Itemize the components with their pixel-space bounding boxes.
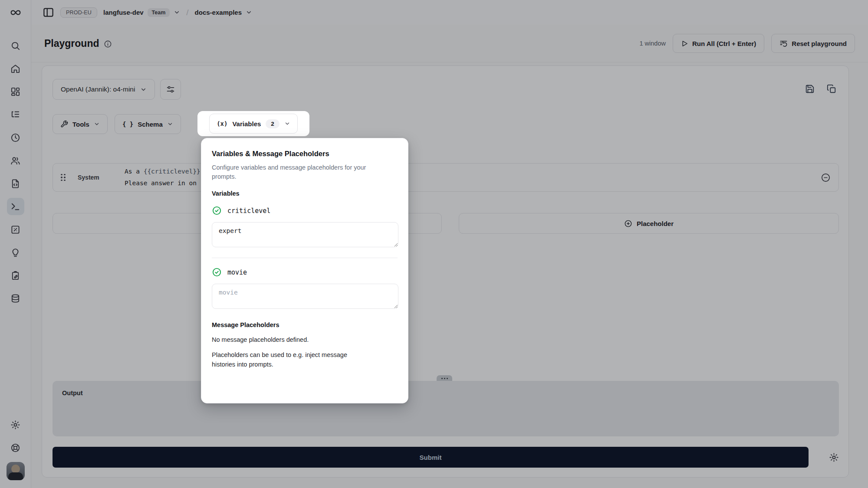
- modal-overlay[interactable]: [0, 0, 868, 488]
- variable-item: criticlevel expert: [212, 206, 398, 249]
- variable-name: movie: [227, 269, 247, 276]
- variables-label: Variables: [232, 120, 261, 128]
- check-circle-icon: [212, 267, 222, 277]
- popover-title: Variables & Message Placeholders: [212, 150, 398, 158]
- placeholders-empty-text: No message placeholders defined.: [212, 335, 398, 345]
- chevron-down-icon: [284, 121, 290, 127]
- variables-popover: Variables & Message Placeholders Configu…: [201, 138, 408, 403]
- variable-name: criticlevel: [227, 207, 270, 215]
- check-circle-icon: [212, 206, 222, 216]
- variables-heading: Variables: [212, 190, 398, 197]
- variable-value-input[interactable]: expert: [212, 222, 398, 247]
- placeholders-help-text: Placeholders can be used to e.g. inject …: [212, 350, 372, 370]
- variables-dropdown-anchor: (x) Variables 2: [197, 111, 309, 136]
- variable-icon: (x): [217, 120, 227, 127]
- variable-value-input[interactable]: [212, 284, 398, 309]
- divider: [212, 258, 398, 258]
- variables-dropdown[interactable]: (x) Variables 2: [209, 114, 298, 134]
- variables-count-badge: 2: [266, 119, 279, 128]
- popover-description: Configure variables and message placehol…: [212, 163, 373, 181]
- placeholders-heading: Message Placeholders: [212, 321, 398, 328]
- variable-item: movie: [212, 267, 398, 310]
